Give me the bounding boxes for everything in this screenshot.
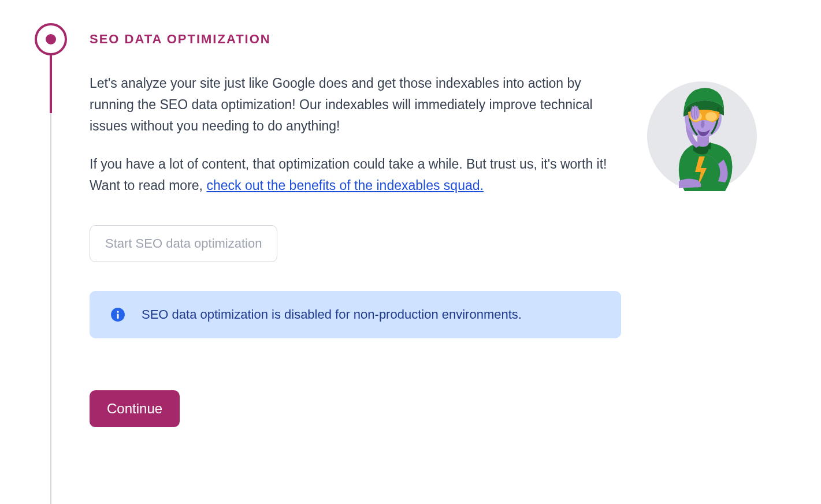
timeline-step-marker bbox=[35, 23, 67, 55]
info-alert-text: SEO data optimization is disabled for no… bbox=[142, 307, 522, 322]
info-icon bbox=[110, 307, 125, 322]
step-title: SEO DATA OPTIMIZATION bbox=[90, 32, 271, 47]
svg-point-1 bbox=[117, 311, 118, 312]
step-paragraph-2: If you have a lot of content, that optim… bbox=[90, 154, 621, 196]
info-alert: SEO data optimization is disabled for no… bbox=[90, 291, 621, 338]
timeline-line-active bbox=[50, 55, 52, 113]
step-paragraph-1: Let's analyze your site just like Google… bbox=[90, 73, 621, 136]
indexables-benefits-link[interactable]: check out the benefits of the indexables… bbox=[206, 178, 484, 193]
mascot-illustration bbox=[644, 73, 760, 188]
timeline-step-marker-dot bbox=[46, 34, 56, 44]
start-seo-optimization-button: Start SEO data optimization bbox=[90, 225, 277, 262]
continue-button[interactable]: Continue bbox=[90, 390, 180, 427]
svg-rect-2 bbox=[117, 313, 118, 319]
timeline-line-inactive bbox=[50, 113, 51, 504]
svg-point-6 bbox=[705, 112, 717, 121]
